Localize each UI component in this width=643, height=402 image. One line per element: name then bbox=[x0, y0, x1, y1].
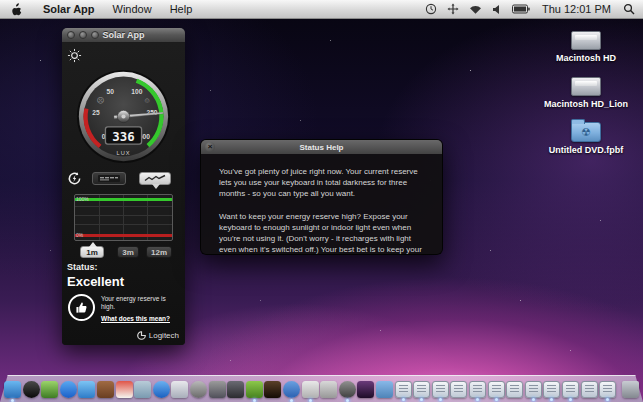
dock-item-notes-app[interactable] bbox=[302, 381, 319, 398]
desktop-icon-macintosh-hd-lion[interactable]: Macintosh HD_Lion bbox=[543, 72, 629, 109]
digital-view-button[interactable] bbox=[92, 172, 126, 185]
desktop-icon-macintosh-hd[interactable]: Macintosh HD bbox=[543, 26, 629, 63]
menu-solar-app[interactable]: Solar App bbox=[34, 0, 104, 19]
logitech-brand: Logitech bbox=[137, 331, 179, 340]
dock-item-safari[interactable] bbox=[60, 381, 77, 398]
running-indicator bbox=[532, 398, 535, 401]
desktop-icon-label: Macintosh HD_Lion bbox=[544, 99, 628, 109]
sun-icon bbox=[67, 48, 82, 67]
svg-text:25: 25 bbox=[92, 109, 100, 116]
chart-green-line bbox=[75, 198, 172, 201]
running-indicator bbox=[402, 398, 405, 401]
status-detail-text: Your energy reserve is high. bbox=[101, 295, 181, 312]
dock-item-minimized-window-5[interactable] bbox=[469, 381, 486, 398]
spotlight-icon[interactable] bbox=[623, 3, 635, 15]
dock-item-minimized-window-11[interactable] bbox=[581, 381, 598, 398]
chart-y-max-label: 100% bbox=[76, 196, 89, 202]
dock-item-dart-app[interactable] bbox=[264, 381, 281, 398]
menu-window[interactable]: Window bbox=[104, 0, 161, 19]
lux-value: 336 bbox=[112, 130, 134, 144]
dock-item-address-book[interactable] bbox=[97, 381, 114, 398]
dock-item-minimized-window-8[interactable] bbox=[525, 381, 542, 398]
what-does-this-mean-link[interactable]: What does this mean? bbox=[101, 315, 170, 322]
dock-item-minimized-window-12[interactable] bbox=[599, 381, 616, 398]
status-help-title: Status Help bbox=[201, 143, 442, 152]
volume-icon[interactable] bbox=[492, 4, 502, 15]
dock-item-minimized-window-3[interactable] bbox=[432, 381, 449, 398]
desktop-icon-label: Untitled DVD.fpbf bbox=[549, 145, 624, 155]
dock-item-itunes[interactable] bbox=[153, 381, 170, 398]
battery-icon[interactable] bbox=[512, 4, 530, 14]
dock-item-ichat[interactable] bbox=[78, 381, 95, 398]
recharge-icon bbox=[67, 171, 82, 190]
range-button-12m[interactable]: 12m bbox=[146, 246, 172, 258]
dock-item-checkered-app[interactable] bbox=[320, 381, 337, 398]
hard-drive-icon bbox=[571, 77, 601, 96]
status-value: Excellent bbox=[67, 274, 124, 289]
logitech-logo-icon bbox=[137, 331, 146, 340]
svg-text:50: 50 bbox=[107, 88, 115, 95]
dock-item-dashboard[interactable] bbox=[23, 381, 40, 398]
dock-items bbox=[0, 381, 643, 398]
dock bbox=[0, 375, 643, 402]
burn-folder-icon: ☢ bbox=[571, 122, 601, 142]
dock-item-minimized-window-7[interactable] bbox=[506, 381, 523, 398]
dock-item-ical[interactable] bbox=[116, 381, 133, 398]
dock-item-trash[interactable] bbox=[622, 381, 639, 398]
dock-item-photo-booth[interactable] bbox=[227, 381, 244, 398]
dock-item-gray-dial-app[interactable] bbox=[190, 381, 207, 398]
help-paragraph-2: Want to keep your energy reserve high? E… bbox=[219, 211, 430, 255]
menu-clock[interactable]: Thu 12:01 PM bbox=[540, 3, 613, 15]
dock-item-gray-sphere-app[interactable] bbox=[339, 381, 356, 398]
dock-item-minimized-window-1[interactable] bbox=[395, 381, 412, 398]
status-help-titlebar[interactable]: × Status Help bbox=[201, 140, 442, 154]
running-indicator bbox=[476, 398, 479, 401]
solar-window-titlebar[interactable]: Solar App bbox=[62, 28, 185, 43]
running-indicator bbox=[439, 398, 442, 401]
dock-item-minimized-window-6[interactable] bbox=[488, 381, 505, 398]
dock-item-minimized-window-2[interactable] bbox=[413, 381, 430, 398]
dock-item-mail[interactable] bbox=[134, 381, 151, 398]
happy-face-icon: ☺ bbox=[143, 96, 151, 105]
status-help-window: × Status Help You've got plenty of juice… bbox=[200, 139, 443, 255]
desktop-icon-label: Macintosh HD bbox=[556, 53, 616, 63]
help-paragraph-1: You've got plenty of juice right now. Yo… bbox=[219, 166, 430, 200]
desktop-icon-untitled-dvd[interactable]: ☢ Untitled DVD.fpbf bbox=[543, 118, 629, 155]
dock-item-green-photo-app[interactable] bbox=[41, 381, 58, 398]
running-indicator bbox=[569, 398, 572, 401]
dock-item-minimized-window-9[interactable] bbox=[543, 381, 560, 398]
lux-unit-label: LUX bbox=[117, 150, 131, 156]
apple-menu[interactable] bbox=[10, 2, 22, 16]
menu-bar: Solar App Window Help Thu 12:01 PM bbox=[0, 0, 643, 19]
running-indicator bbox=[495, 398, 498, 401]
dock-item-purple-photo-app[interactable] bbox=[357, 381, 374, 398]
dock-item-app-store[interactable] bbox=[283, 381, 300, 398]
sad-face-icon: ☹ bbox=[97, 96, 105, 105]
thumbs-up-icon bbox=[68, 294, 95, 321]
time-machine-icon[interactable] bbox=[425, 3, 437, 15]
menu-help[interactable]: Help bbox=[161, 0, 202, 19]
wifi-icon[interactable] bbox=[469, 4, 482, 15]
solar-app-window: Solar App bbox=[62, 28, 185, 345]
dock-item-blue-folder[interactable] bbox=[376, 381, 393, 398]
dock-item-grid-app[interactable] bbox=[171, 381, 188, 398]
dock-item-finder[interactable] bbox=[4, 381, 21, 398]
chart-red-line bbox=[75, 234, 172, 237]
dock-item-evernote[interactable] bbox=[246, 381, 263, 398]
hard-drive-icon bbox=[571, 31, 601, 50]
window-title: Solar App bbox=[62, 30, 185, 40]
range-button-3m[interactable]: 3m bbox=[117, 246, 139, 258]
chart-y-min-label: 0% bbox=[76, 232, 83, 238]
dock-item-minimized-window-4[interactable] bbox=[450, 381, 467, 398]
lux-gauge: 0 25 50 100 250 500 ☹ ☺ 336 LUX bbox=[76, 69, 171, 164]
graph-view-button[interactable] bbox=[139, 172, 171, 185]
energy-history-chart: 100% 0% bbox=[74, 194, 173, 241]
spaces-icon[interactable] bbox=[447, 3, 459, 15]
dock-item-minimized-window-10[interactable] bbox=[562, 381, 579, 398]
svg-text:100: 100 bbox=[131, 88, 142, 95]
desktop-icons: Macintosh HD Macintosh HD_Lion ☢ Untitle… bbox=[543, 26, 629, 155]
status-label: Status: bbox=[67, 262, 98, 272]
range-button-1m[interactable]: 1m bbox=[80, 246, 104, 258]
dock-item-camera-app[interactable] bbox=[209, 381, 226, 398]
